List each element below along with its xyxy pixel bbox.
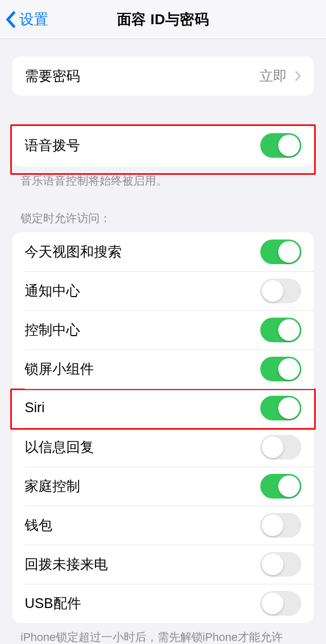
chevron-left-icon: [5, 10, 16, 29]
footer-locked-access: iPhone锁定超过一小时后，需先解锁iPhone才能允许USB 配件连接。: [0, 623, 326, 644]
row-locked-access-item: Siri: [12, 389, 314, 428]
group-voice-dial: 语音拨号: [12, 124, 314, 167]
row-locked-access-item: 钱包: [12, 506, 314, 545]
row-require-passcode[interactable]: 需要密码 立即: [12, 57, 314, 96]
toggle-locked-access-item[interactable]: [260, 591, 301, 616]
toggle-locked-access-item[interactable]: [260, 396, 301, 420]
row-label: 锁屏小组件: [25, 360, 94, 378]
toggle-locked-access-item[interactable]: [260, 513, 301, 538]
chevron-right-icon: [294, 70, 301, 82]
row-voice-dial: 语音拨号: [12, 124, 314, 167]
row-locked-access-item: 控制中心: [12, 310, 314, 349]
group-locked-access: 今天视图和搜索通知中心控制中心锁屏小组件Siri以信息回复家庭控制钱包回拨未接来…: [12, 232, 314, 623]
navigation-bar: 设置 面容 ID与密码: [0, 0, 326, 39]
toggle-locked-access-item[interactable]: [260, 357, 301, 381]
row-label: 家庭控制: [25, 477, 80, 495]
back-button[interactable]: 设置: [5, 10, 48, 29]
row-label: 以信息回复: [25, 438, 94, 456]
row-label: 语音拨号: [25, 136, 80, 155]
toggle-voice-dial[interactable]: [260, 133, 301, 158]
toggle-locked-access-item[interactable]: [260, 240, 301, 264]
toggle-locked-access-item[interactable]: [260, 474, 301, 499]
row-locked-access-item: 通知中心: [12, 271, 314, 310]
toggle-locked-access-item[interactable]: [260, 435, 301, 459]
row-locked-access-item: 家庭控制: [12, 467, 314, 506]
row-label: 回拨未接来电: [25, 555, 108, 574]
page-title: 面容 ID与密码: [117, 10, 209, 29]
row-locked-access-item: 以信息回复: [12, 428, 314, 467]
row-label: USB配件: [25, 594, 81, 613]
row-locked-access-item: 今天视图和搜索: [12, 232, 314, 271]
group-require-passcode: 需要密码 立即: [12, 57, 314, 96]
row-value-wrap: 立即: [259, 67, 301, 85]
row-label: Siri: [25, 400, 45, 416]
row-value: 立即: [259, 67, 287, 85]
row-locked-access-item: 回拨未接来电: [12, 545, 314, 584]
row-locked-access-item: USB配件: [12, 584, 314, 623]
row-label: 通知中心: [25, 282, 80, 300]
row-label: 需要密码: [25, 67, 80, 85]
row-locked-access-item: 锁屏小组件: [12, 349, 314, 389]
row-label: 钱包: [25, 516, 52, 535]
toggle-locked-access-item[interactable]: [260, 552, 301, 577]
row-label: 今天视图和搜索: [25, 243, 122, 261]
back-label: 设置: [20, 10, 48, 29]
section-header-locked-access: 锁定时允许访问：: [0, 211, 326, 232]
row-label: 控制中心: [25, 321, 80, 339]
footer-voice-dial: 音乐语音控制将始终被启用。: [0, 167, 326, 189]
toggle-locked-access-item[interactable]: [260, 279, 301, 303]
toggle-locked-access-item[interactable]: [260, 318, 301, 342]
